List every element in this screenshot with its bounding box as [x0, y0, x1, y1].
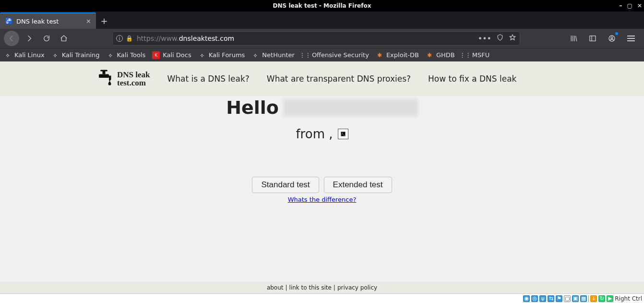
bookmark-label: GHDB [436, 51, 455, 59]
nav-how-to-fix[interactable]: How to fix a DNS leak [428, 74, 516, 84]
vm-network-icon[interactable]: ⇆ [548, 295, 554, 302]
divider [588, 295, 589, 302]
bookmark-kali-linux[interactable]: ⟡Kali Linux [4, 51, 45, 59]
separator: | [334, 284, 335, 291]
sidebar-icon[interactable] [585, 31, 600, 46]
bookmark-exploit-db[interactable]: ✱Exploit-DB [376, 51, 419, 59]
tab-title: DNS leak test [16, 18, 59, 25]
page-viewport: DNS leak test.com What is a DNS leak? Wh… [0, 61, 644, 293]
whats-the-difference-link[interactable]: Whats the difference? [0, 196, 644, 203]
svg-point-7 [611, 37, 613, 39]
window-close-icon[interactable]: ✕ [637, 2, 642, 9]
window-titlebar: DNS leak test - Mozilla Firefox – ▢ ✕ [0, 0, 644, 12]
offsec-icon: ⋮⋮ [462, 51, 469, 59]
footer-privacy-link[interactable]: privacy policy [337, 284, 377, 291]
nav-transparent-proxies[interactable]: What are transparent DNS proxies? [267, 74, 411, 84]
standard-test-button[interactable]: Standard test [252, 177, 319, 193]
dragon-icon: ⟡ [107, 51, 114, 59]
bookmark-ghdb[interactable]: ✱GHDB [426, 51, 455, 59]
bookmark-label: Kali Forums [209, 51, 245, 59]
bookmark-nethunter[interactable]: ⟡NetHunter [251, 51, 295, 59]
dragon-icon: ⟡ [4, 51, 12, 59]
vm-clipboard-icon[interactable]: ▶ [607, 295, 613, 302]
offsec-icon: ⋮⋮ [301, 51, 309, 59]
bookmark-label: Kali Training [62, 51, 100, 59]
url-prefix: https://www. [137, 35, 179, 42]
hello-label: Hello [226, 97, 279, 118]
dragon-icon: ⟡ [51, 51, 59, 59]
vm-mouse-icon[interactable]: ↓ [590, 295, 597, 302]
lock-icon[interactable]: 🔒 [126, 35, 133, 42]
site-logo[interactable]: DNS leak test.com [96, 69, 150, 88]
svg-rect-8 [99, 74, 109, 78]
tracking-shield-icon[interactable] [496, 34, 504, 43]
bookmark-msfu[interactable]: ⋮⋮MSFU [462, 51, 489, 59]
vm-audio-icon[interactable]: ▦ [580, 295, 587, 302]
vm-disk-icon[interactable]: ◉ [523, 295, 530, 302]
vm-shared-icon[interactable]: ⚑ [556, 295, 562, 302]
browser-tab[interactable]: 🚰 DNS leak test ✕ [0, 12, 96, 29]
extended-test-button[interactable]: Extended test [324, 177, 392, 193]
bookmark-kali-training[interactable]: ⟡Kali Training [51, 51, 100, 59]
flag-icon [338, 129, 348, 139]
bookmark-label: NetHunter [262, 51, 295, 59]
svg-rect-10 [100, 70, 107, 72]
separator: | [286, 284, 287, 291]
vm-optical-icon[interactable]: ◎ [531, 295, 538, 302]
bookmark-offensive-security[interactable]: ⋮⋮Offensive Security [301, 51, 369, 59]
bookmark-kali-docs[interactable]: KKali Docs [152, 51, 191, 59]
bookmark-label: MSFU [472, 51, 489, 59]
site-footer: about | link to this site | privacy poli… [0, 282, 644, 293]
bookmark-star-icon[interactable] [509, 34, 516, 43]
svg-rect-4 [590, 36, 596, 41]
spider-icon: ✱ [376, 51, 383, 59]
ip-address-redacted [284, 99, 418, 116]
back-button[interactable] [4, 31, 19, 46]
svg-line-3 [576, 36, 577, 41]
spider-icon: ✱ [426, 51, 433, 59]
page-actions-icon[interactable]: ••• [478, 34, 491, 43]
window-minimize-icon[interactable]: – [620, 2, 622, 9]
window-maximize-icon[interactable]: ▢ [627, 2, 632, 9]
bookmark-kali-tools[interactable]: ⟡Kali Tools [107, 51, 146, 59]
tab-close-icon[interactable]: ✕ [86, 18, 91, 25]
new-tab-button[interactable]: + [96, 12, 112, 29]
vm-status-bar: ◉ ◎ ψ ⇆ ⚑ ▢ ▣ ▦ ↓ ↻ ▶ Right Ctrl [0, 293, 644, 303]
from-label: from , [296, 127, 333, 141]
info-icon[interactable]: i [116, 35, 123, 42]
footer-about-link[interactable]: about [267, 284, 284, 291]
footer-link-to-site[interactable]: link to this site [289, 284, 332, 291]
menu-button[interactable] [624, 31, 638, 46]
page-body: Hello from , Standard test Extended test… [0, 96, 644, 282]
reload-button[interactable] [39, 31, 54, 46]
home-button[interactable] [57, 31, 71, 46]
docs-icon: K [152, 51, 160, 59]
url-host: dnsleaktest.com [179, 35, 234, 42]
url-bar[interactable]: i 🔒 https://www.dnsleaktest.com ••• [112, 31, 520, 46]
browser-toolbar: i 🔒 https://www.dnsleaktest.com ••• [0, 29, 644, 48]
bookmark-kali-forums[interactable]: ⟡Kali Forums [198, 51, 245, 59]
dragon-icon: ⟡ [198, 51, 206, 59]
tab-favicon-icon: 🚰 [5, 17, 12, 25]
tab-strip: 🚰 DNS leak test ✕ + [0, 12, 644, 29]
vm-recording-icon[interactable]: ▣ [572, 295, 579, 302]
url-text: https://www.dnsleaktest.com [137, 35, 234, 42]
bookmark-label: Kali Docs [163, 51, 191, 59]
window-title: DNS leak test - Mozilla Firefox [273, 2, 371, 9]
bookmark-label: Kali Linux [14, 51, 45, 59]
bookmark-label: Exploit-DB [386, 51, 419, 59]
forward-button[interactable] [22, 31, 36, 46]
vm-display-icon[interactable]: ▢ [564, 295, 571, 302]
bookmarks-bar: ⟡Kali Linux ⟡Kali Training ⟡Kali Tools K… [0, 48, 644, 61]
dragon-icon: ⟡ [251, 51, 259, 59]
bookmark-label: Kali Tools [117, 51, 146, 59]
logo-text: DNS leak test.com [117, 71, 150, 87]
nav-what-is-dns-leak[interactable]: What is a DNS leak? [167, 74, 249, 84]
vm-usb-icon[interactable]: ψ [539, 295, 546, 302]
library-icon[interactable] [566, 31, 581, 46]
faucet-icon [96, 69, 113, 88]
site-header: DNS leak test.com What is a DNS leak? Wh… [0, 61, 644, 96]
account-icon[interactable] [605, 31, 619, 46]
vm-keyboard-icon[interactable]: ↻ [598, 295, 605, 302]
host-key-label: Right Ctrl [615, 295, 642, 302]
